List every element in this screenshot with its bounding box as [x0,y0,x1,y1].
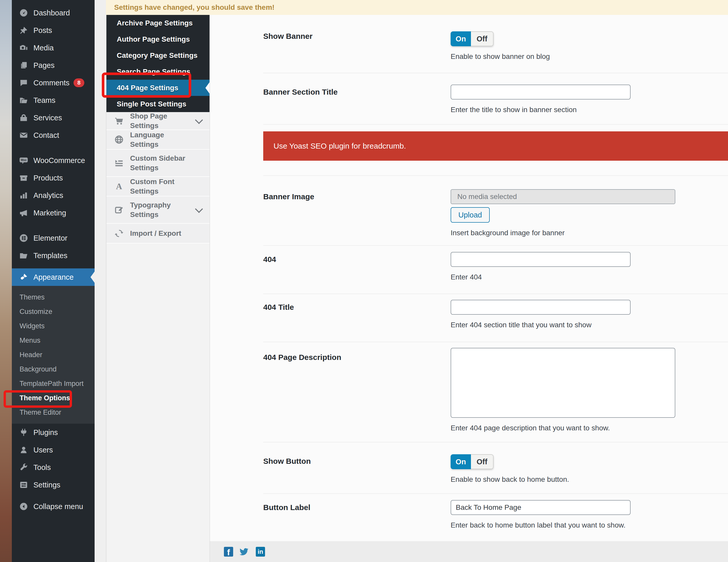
404-description-row: 404 Page Description Enter 404 page desc… [210,342,728,442]
sidebar-item-users[interactable]: Users [12,441,95,459]
sidebar-item-templates[interactable]: Templates [12,247,95,264]
sidebar-item-label: Collapse menu [33,502,83,511]
toggle-off-option[interactable]: Off [471,454,494,469]
sidebar-item-label: Plugins [33,428,58,437]
nav-item-custom-sidebar-settings[interactable]: Custom Sidebar Settings [106,150,210,177]
404-description-label: 404 Page Description [210,342,451,442]
upload-button[interactable]: Upload [451,207,490,223]
sidebar-item-label: Marketing [33,209,66,217]
brush-icon [19,273,28,282]
sidebar-item-appearance[interactable]: Appearance [12,268,95,286]
nav-item-label: Typography Settings [130,200,193,219]
404-help: Enter 404 [451,273,728,281]
banner-image-media-field[interactable]: No media selected [451,189,675,204]
sidebar-item-dashboard[interactable]: Dashboard [12,4,95,22]
nav-item-language-settings[interactable]: Language Settings [106,130,210,150]
nav-item-typography-settings[interactable]: Typography Settings [106,196,210,224]
submenu-item-templatepath-import[interactable]: TemplatePath Import [12,376,95,391]
edit-icon [114,205,124,215]
show-banner-toggle[interactable]: On Off [451,31,494,46]
globe-icon [114,135,124,144]
sidebar-item-products[interactable]: Products [12,169,95,187]
sidebar-item-pages[interactable]: Pages [12,57,95,74]
nav-item-404-page-settings[interactable]: 404 Page Settings [106,80,210,96]
nav-item-archive-page-settings[interactable]: Archive Page Settings [106,15,210,31]
submenu-item-theme-options[interactable]: Theme Options [12,391,95,405]
sliders-icon [19,480,28,490]
sidebar-item-label: Comments [33,79,69,87]
button-label-label: Button Label [210,494,451,548]
linkedin-icon[interactable]: in [256,547,265,557]
button-label-input[interactable] [451,500,631,515]
sidebar-item-collapse-menu[interactable]: Collapse menu [12,498,95,515]
sidebar-item-media[interactable]: Media [12,39,95,57]
sidebar-item-label: Settings [33,481,60,489]
sidebar-item-woocommerce[interactable]: Woo WooCommerce [12,152,95,169]
show-button-label: Show Button [210,442,451,494]
sidebar-item-services[interactable]: Services [12,109,95,126]
comment-icon [19,78,28,87]
banner-section-title-input[interactable] [451,85,631,99]
svg-text:Woo: Woo [21,158,27,161]
show-button-toggle[interactable]: On Off [451,454,494,469]
404-label: 404 [210,246,451,294]
404-input[interactable] [451,252,631,267]
facebook-icon[interactable]: f [224,547,233,557]
sidebar-item-posts[interactable]: Posts [12,22,95,39]
sidebar-item-label: Services [33,114,62,122]
sidebar-item-settings[interactable]: Settings [12,476,95,494]
sidebar-item-elementor[interactable]: Elementor [12,229,95,247]
theme-options-nav: Archive Page Settings Author Page Settin… [106,15,210,562]
sidebar-item-contact[interactable]: Contact [12,126,95,144]
submenu-item-themes[interactable]: Themes [12,290,95,304]
menu-separator [12,264,95,268]
sidebar-item-analytics[interactable]: Analytics [12,187,95,204]
submenu-item-header[interactable]: Header [12,348,95,362]
megaphone-icon [19,208,28,217]
nav-item-import-export[interactable]: Import / Export [106,224,210,243]
nav-item-search-page-settings[interactable]: Search Page Settings [106,64,210,80]
user-icon [19,445,28,455]
pages-icon [19,61,28,70]
submenu-item-customize[interactable]: Customize [12,304,95,319]
sidebar-icon [114,158,124,168]
linkedin-letters: in [258,549,263,555]
notice-text: Settings have changed, you should save t… [106,0,728,15]
svg-text:A: A [116,182,122,191]
sidebar-item-tools[interactable]: Tools [12,459,95,476]
404-title-input[interactable] [451,300,631,315]
nav-item-author-page-settings[interactable]: Author Page Settings [106,31,210,47]
submenu-item-background[interactable]: Background [12,362,95,376]
nav-item-custom-font-settings[interactable]: A Custom Font Settings [106,177,210,196]
plug-icon [19,428,28,437]
show-button-help: Enable to show back to home button. [451,475,728,484]
sidebar-item-marketing[interactable]: Marketing [12,204,95,222]
nav-item-single-post-settings[interactable]: Single Post Settings [106,96,210,112]
twitter-icon[interactable] [239,547,250,557]
toggle-off-option[interactable]: Off [471,31,494,46]
box-icon [19,173,28,183]
woocommerce-icon: Woo [19,156,28,165]
wrench-icon [19,463,28,472]
404-description-textarea[interactable] [451,348,675,418]
submenu-item-menus[interactable]: Menus [12,333,95,348]
sidebar-item-label: Tools [33,463,51,472]
sidebar-item-comments[interactable]: Comments 8 [12,74,95,92]
toggle-on-option[interactable]: On [451,31,471,46]
sidebar-item-label: Products [33,174,63,182]
collapse-arrow-icon [19,502,28,511]
nav-item-label: Custom Font Settings [130,177,193,196]
sidebar-item-plugins[interactable]: Plugins [12,424,95,441]
media-placeholder-text: No media selected [457,193,517,201]
nav-item-shop-page-settings[interactable]: Shop Page Settings [106,112,210,130]
submenu-item-widgets[interactable]: Widgets [12,319,95,333]
sidebar-item-teams[interactable]: Teams [12,92,95,109]
sidebar-item-label: Users [33,446,53,454]
sidebar-item-label: Teams [33,96,55,105]
nav-item-category-page-settings[interactable]: Category Page Settings [106,47,210,64]
toggle-on-option[interactable]: On [451,454,471,469]
dashboard-icon [19,8,28,17]
camera-icon [19,43,28,52]
sidebar-item-label: Templates [33,251,67,260]
submenu-item-theme-editor[interactable]: Theme Editor [12,405,95,420]
